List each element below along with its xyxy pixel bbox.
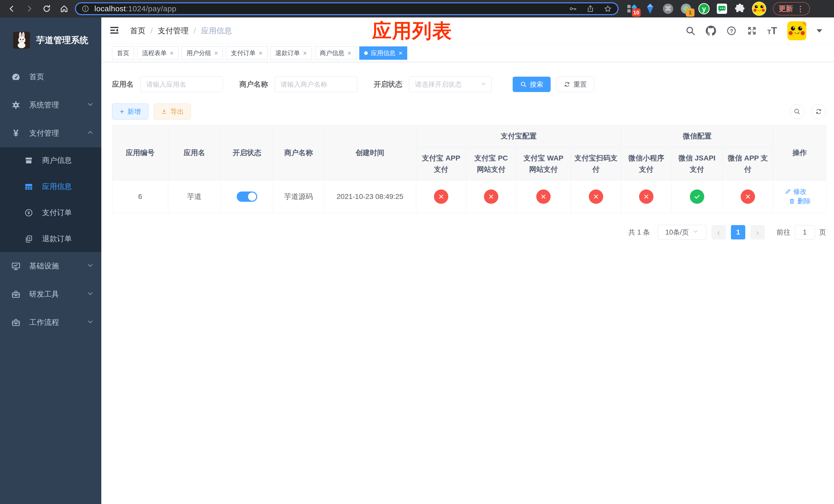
tab-app-info[interactable]: 应用信息× [359,46,407,60]
close-icon[interactable]: × [348,50,351,56]
cell-created: 2021-10-23 08:49:25 [324,181,416,213]
tab-user-group[interactable]: 用户分组× [181,46,223,60]
navbar-actions: ? TT [685,21,822,40]
close-icon[interactable]: × [398,50,402,56]
prev-page-button[interactable]: ‹ [711,225,726,239]
home-icon[interactable] [58,3,70,15]
status-select[interactable]: 请选择开启状态 [409,76,491,92]
sidebar-item-workflow[interactable]: 工作流程 [0,308,101,337]
channel-status-icon [536,189,551,204]
reset-button[interactable]: 重置 [556,77,594,92]
tab-refund-orders[interactable]: 退款订单× [270,46,312,60]
show-search-button[interactable] [790,104,805,119]
chevron-down-icon [87,262,94,271]
edit-button[interactable]: 修改 [785,187,807,196]
close-icon[interactable]: × [214,50,218,56]
sidebar-item-home[interactable]: 首页 [0,63,101,91]
goto-page-input[interactable] [794,225,815,239]
github-icon[interactable] [706,26,716,36]
col-group-alipay: 支付宝配置 [416,125,621,147]
tab-home[interactable]: 首页 [112,46,134,60]
bookmark-star-icon[interactable] [604,5,612,13]
browser-menu-icon[interactable]: ⋮ [796,4,804,13]
cell-alipay-app [416,181,466,213]
sidebar-item-refund-orders[interactable]: 退款订单 [0,226,101,252]
tab-merchant-info[interactable]: 商户信息× [315,46,356,60]
back-icon[interactable] [6,3,18,15]
fullscreen-icon[interactable] [747,26,757,36]
sidebar-item-payment[interactable]: ¥ 支付管理 [0,119,101,147]
sidebar-collapse-icon[interactable] [109,25,121,37]
delete-button[interactable]: 删除 [789,197,811,206]
search-icon[interactable] [685,26,696,36]
avatar-caret-icon[interactable] [816,29,822,32]
extension-recorder-icon[interactable]: 1 [680,3,692,15]
help-icon[interactable]: ? [726,26,737,36]
col-app-no: 应用编号 [112,125,168,181]
extension-badge: 1 [686,8,695,17]
refresh-icon [564,81,570,88]
close-icon[interactable]: × [170,50,174,56]
search-icon [793,108,801,115]
col-alipay-wap: 支付宝 WAP 网站支付 [516,147,571,181]
channel-status-icon [741,189,755,204]
svg-text:y: y [702,5,706,13]
col-wx-app: 微信 APP 支付 [723,147,773,181]
breadcrumb: 首页 / 支付管理 / 应用信息 [130,26,232,36]
refresh-table-button[interactable] [811,104,826,119]
page-content: 应用名 商户名称 开启状态 请选择开启状态 搜索 重置 [101,62,834,240]
table-row: 6 芋道 芋道源码 2021-10-23 08:49:25 [112,181,826,213]
add-button[interactable]: + 新增 [112,104,148,119]
password-key-icon[interactable] [569,5,577,13]
browser-profile-avatar[interactable] [752,2,766,16]
sidebar-item-dev-tools[interactable]: 研发工具 [0,280,101,308]
browser-update-button[interactable]: 更新 ⋮ [773,2,810,15]
tab-pay-orders[interactable]: 支付订单× [226,46,267,60]
app-logo-row[interactable]: 芋道管理系统 [0,18,101,63]
status-toggle[interactable] [237,191,257,202]
extension-sider-icon[interactable]: 10 [626,3,638,15]
close-icon[interactable]: × [259,50,262,56]
omnibox-actions [569,5,612,13]
url-text: localhost:1024/pay/app [94,4,176,13]
extensions-puzzle-icon[interactable] [734,3,746,15]
close-icon[interactable]: × [303,50,307,56]
user-avatar[interactable] [787,21,806,40]
col-created: 创建时间 [324,125,416,181]
cell-alipay-qr [571,181,621,213]
sidebar-item-infrastructure[interactable]: 基础设施 [0,252,101,280]
shop-icon [24,155,34,166]
main-area: 首页 / 支付管理 / 应用信息 ? TT 应用列表 首页 流程表单× [101,18,834,504]
share-icon[interactable] [586,5,594,13]
sidebar-item-merchant-info[interactable]: 商户信息 [0,147,101,174]
page-1-button[interactable]: 1 [731,225,745,239]
site-info-icon[interactable] [82,5,89,13]
page-size-select[interactable]: 10条/页 [658,225,706,240]
export-button[interactable]: 导出 [154,104,191,119]
chevron-down-icon [87,290,94,299]
sidebar-item-system[interactable]: 系统管理 [0,91,101,119]
extension-chat-icon[interactable] [716,3,728,15]
breadcrumb-home[interactable]: 首页 [130,26,146,36]
annotation-title: 应用列表 [372,18,452,44]
extension-gem-icon[interactable] [644,3,656,15]
yen-icon: ¥ [11,128,21,138]
merchant-name-input[interactable] [275,76,357,92]
next-page-button[interactable]: › [750,225,765,239]
forward-icon[interactable] [23,3,36,15]
status-label: 开启状态 [374,79,402,89]
search-button[interactable]: 搜索 [513,77,551,92]
extension-command-icon[interactable]: ⌘ [662,3,674,15]
sidebar-item-pay-orders[interactable]: ¥ 支付订单 [0,200,101,226]
reload-icon[interactable] [41,3,53,15]
payment-submenu: 商户信息 应用信息 ¥ 支付订单 退款订单 [0,147,101,252]
col-alipay-qr: 支付宝扫码支付 [571,147,621,181]
app-name-input[interactable] [140,76,223,92]
document-copy-icon [24,234,34,244]
sidebar-item-app-info[interactable]: 应用信息 [0,174,101,200]
breadcrumb-payment[interactable]: 支付管理 [158,26,189,36]
url-bar[interactable]: localhost:1024/pay/app [75,2,619,15]
font-size-icon[interactable]: TT [767,25,777,37]
tab-process-form[interactable]: 流程表单× [137,46,178,60]
extension-y-icon[interactable]: y [698,3,710,15]
